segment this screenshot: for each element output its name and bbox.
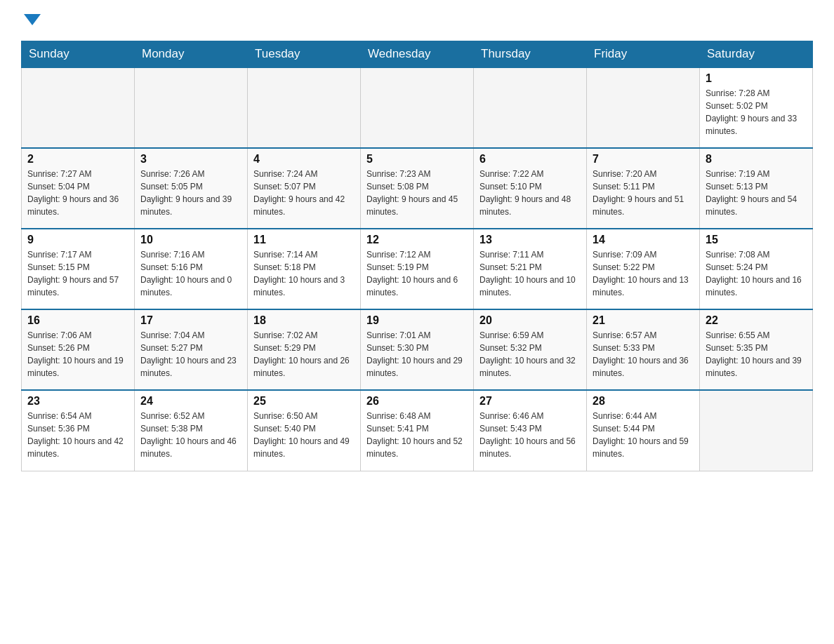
day-header-tuesday: Tuesday (248, 41, 361, 68)
day-info: Sunrise: 7:17 AM (27, 248, 128, 261)
day-info: Sunset: 5:32 PM (479, 342, 581, 354)
day-number: 7 (593, 153, 694, 166)
day-number: 16 (27, 314, 128, 327)
week-row-2: 2Sunrise: 7:27 AMSunset: 5:04 PMDaylight… (22, 148, 813, 229)
day-number: 22 (706, 314, 807, 327)
day-info: Sunset: 5:16 PM (140, 261, 241, 274)
week-row-5: 23Sunrise: 6:54 AMSunset: 5:36 PMDayligh… (22, 390, 813, 471)
day-number: 10 (140, 234, 241, 246)
day-number: 26 (366, 395, 468, 408)
calendar-cell: 25Sunrise: 6:50 AMSunset: 5:40 PMDayligh… (248, 390, 361, 471)
day-info: Daylight: 9 hours and 36 minutes. (27, 193, 128, 218)
day-info: Sunrise: 7:02 AM (253, 329, 355, 342)
logo (21, 14, 41, 27)
day-info: Sunset: 5:30 PM (366, 342, 468, 354)
calendar-cell: 12Sunrise: 7:12 AMSunset: 5:19 PMDayligh… (361, 229, 474, 309)
day-number: 8 (706, 153, 807, 166)
day-info: Sunrise: 7:06 AM (27, 329, 128, 342)
day-info: Sunrise: 7:23 AM (366, 168, 468, 180)
calendar-cell (700, 390, 813, 471)
calendar-cell: 4Sunrise: 7:24 AMSunset: 5:07 PMDaylight… (248, 148, 361, 229)
day-info: Daylight: 10 hours and 42 minutes. (27, 435, 128, 460)
day-number: 3 (140, 153, 241, 166)
calendar-cell (135, 67, 248, 148)
calendar-cell: 9Sunrise: 7:17 AMSunset: 5:15 PMDaylight… (22, 229, 135, 309)
day-header-saturday: Saturday (700, 41, 813, 68)
day-header-sunday: Sunday (22, 41, 135, 68)
day-info: Sunset: 5:44 PM (593, 422, 694, 435)
day-info: Sunset: 5:15 PM (27, 261, 128, 274)
day-number: 23 (27, 395, 128, 408)
day-info: Sunrise: 7:27 AM (27, 168, 128, 180)
calendar-cell: 18Sunrise: 7:02 AMSunset: 5:29 PMDayligh… (248, 309, 361, 390)
calendar-cell: 27Sunrise: 6:46 AMSunset: 5:43 PMDayligh… (474, 390, 587, 471)
day-info: Daylight: 10 hours and 6 minutes. (366, 274, 468, 299)
day-info: Sunset: 5:36 PM (27, 422, 128, 435)
day-number: 5 (366, 153, 468, 166)
day-info: Sunrise: 6:55 AM (706, 329, 807, 342)
day-info: Sunrise: 7:04 AM (140, 329, 241, 342)
day-info: Daylight: 10 hours and 16 minutes. (706, 274, 807, 299)
calendar-cell: 13Sunrise: 7:11 AMSunset: 5:21 PMDayligh… (474, 229, 587, 309)
day-info: Sunset: 5:08 PM (366, 180, 468, 193)
calendar-cell: 22Sunrise: 6:55 AMSunset: 5:35 PMDayligh… (700, 309, 813, 390)
day-info: Sunset: 5:22 PM (593, 261, 694, 274)
day-number: 21 (593, 314, 694, 327)
day-info: Daylight: 9 hours and 42 minutes. (253, 193, 355, 218)
day-number: 18 (253, 314, 355, 327)
day-info: Sunrise: 7:09 AM (593, 248, 694, 261)
day-number: 11 (253, 234, 355, 246)
day-info: Sunrise: 6:44 AM (593, 410, 694, 422)
calendar-cell: 7Sunrise: 7:20 AMSunset: 5:11 PMDaylight… (587, 148, 700, 229)
day-info: Sunset: 5:43 PM (479, 422, 581, 435)
calendar-cell (22, 67, 135, 148)
calendar-cell: 5Sunrise: 7:23 AMSunset: 5:08 PMDaylight… (361, 148, 474, 229)
day-number: 25 (253, 395, 355, 408)
day-header-thursday: Thursday (474, 41, 587, 68)
calendar-cell: 19Sunrise: 7:01 AMSunset: 5:30 PMDayligh… (361, 309, 474, 390)
day-info: Daylight: 10 hours and 46 minutes. (140, 435, 241, 460)
calendar-cell: 1Sunrise: 7:28 AMSunset: 5:02 PMDaylight… (700, 67, 813, 148)
calendar-cell: 28Sunrise: 6:44 AMSunset: 5:44 PMDayligh… (587, 390, 700, 471)
day-info: Sunrise: 7:01 AM (366, 329, 468, 342)
calendar-cell (248, 67, 361, 148)
day-info: Sunset: 5:11 PM (593, 180, 694, 193)
page-header (21, 14, 813, 27)
day-info: Sunrise: 7:24 AM (253, 168, 355, 180)
calendar-cell: 21Sunrise: 6:57 AMSunset: 5:33 PMDayligh… (587, 309, 700, 390)
calendar-cell (474, 67, 587, 148)
calendar-cell: 15Sunrise: 7:08 AMSunset: 5:24 PMDayligh… (700, 229, 813, 309)
day-number: 13 (479, 234, 581, 246)
day-info: Sunset: 5:40 PM (253, 422, 355, 435)
day-number: 20 (479, 314, 581, 327)
day-info: Sunset: 5:21 PM (479, 261, 581, 274)
day-number: 28 (593, 395, 694, 408)
day-info: Sunrise: 6:46 AM (479, 410, 581, 422)
day-number: 6 (479, 153, 581, 166)
day-number: 12 (366, 234, 468, 246)
day-info: Daylight: 10 hours and 56 minutes. (479, 435, 581, 460)
calendar-table: SundayMondayTuesdayWednesdayThursdayFrid… (21, 41, 813, 471)
calendar-cell: 8Sunrise: 7:19 AMSunset: 5:13 PMDaylight… (700, 148, 813, 229)
day-info: Sunrise: 6:50 AM (253, 410, 355, 422)
day-info: Sunrise: 7:11 AM (479, 248, 581, 261)
day-info: Daylight: 9 hours and 39 minutes. (140, 193, 241, 218)
day-number: 15 (706, 234, 807, 246)
day-info: Sunrise: 7:08 AM (706, 248, 807, 261)
calendar-cell (361, 67, 474, 148)
day-info: Daylight: 9 hours and 54 minutes. (706, 193, 807, 218)
day-info: Sunset: 5:27 PM (140, 342, 241, 354)
calendar-cell: 23Sunrise: 6:54 AMSunset: 5:36 PMDayligh… (22, 390, 135, 471)
day-header-friday: Friday (587, 41, 700, 68)
day-info: Daylight: 9 hours and 33 minutes. (706, 112, 807, 137)
day-info: Sunset: 5:07 PM (253, 180, 355, 193)
day-number: 27 (479, 395, 581, 408)
day-info: Daylight: 10 hours and 10 minutes. (479, 274, 581, 299)
day-info: Sunset: 5:38 PM (140, 422, 241, 435)
calendar-cell (587, 67, 700, 148)
day-number: 24 (140, 395, 241, 408)
day-info: Daylight: 10 hours and 39 minutes. (706, 354, 807, 380)
day-header-wednesday: Wednesday (361, 41, 474, 68)
day-info: Sunrise: 7:22 AM (479, 168, 581, 180)
calendar-cell: 16Sunrise: 7:06 AMSunset: 5:26 PMDayligh… (22, 309, 135, 390)
